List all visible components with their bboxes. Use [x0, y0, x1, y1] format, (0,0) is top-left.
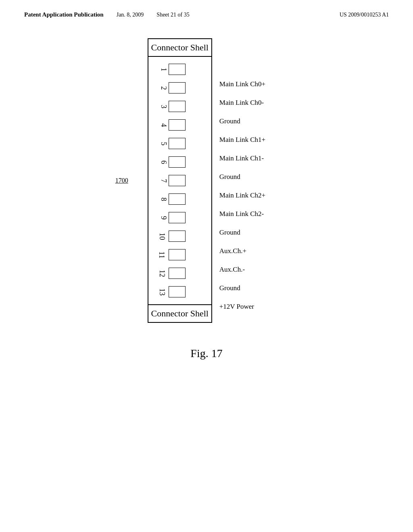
main-content: 1700 Connector Shell 12345678910111213 C…: [0, 18, 413, 323]
pin-number: 11: [148, 251, 169, 259]
pin-signal-label: +12V Power: [219, 297, 265, 316]
pin-row: 3: [148, 97, 211, 116]
pin-row: 5: [148, 134, 211, 153]
pin-signal-label: Ground: [219, 223, 265, 242]
pin-signal-label: Main Link Ch0-: [219, 94, 265, 112]
pin-number: 2: [148, 84, 169, 92]
pin-row: 2: [148, 79, 211, 97]
pin-row: 1: [148, 60, 211, 79]
pin-connector-box: [169, 231, 186, 242]
pin-connector-box: [169, 156, 186, 168]
pin-number: 4: [148, 121, 169, 129]
pin-number: 13: [148, 288, 169, 296]
pin-row: 9: [148, 208, 211, 227]
pin-signal-label: Aux.Ch.-: [219, 260, 265, 279]
pin-signal-label: Main Link Ch2-: [219, 205, 265, 223]
pin-row: 6: [148, 153, 211, 171]
connector-box: Connector Shell 12345678910111213 Connec…: [148, 38, 212, 323]
publication-label: Patent Application Publication: [24, 11, 104, 18]
pin-row: 4: [148, 116, 211, 134]
pin-number: 5: [148, 139, 169, 148]
pin-signal-label: Main Link Ch1+: [219, 131, 265, 149]
pin-connector-box: [169, 138, 186, 149]
page-header: Patent Application Publication Jan. 8, 2…: [0, 0, 413, 18]
pin-connector-box: [169, 268, 186, 279]
pin-signal-label: Ground: [219, 168, 265, 186]
connector-shell-bottom: Connector Shell: [148, 304, 211, 322]
header-date: Jan. 8, 2009: [117, 12, 144, 18]
pin-connector-box: [169, 101, 186, 112]
pin-number: 12: [148, 269, 169, 278]
pin-signal-label: Ground: [219, 279, 265, 297]
header-sheet: Sheet 21 of 35: [156, 12, 189, 18]
pin-row: 12: [148, 264, 211, 283]
pin-connector-box: [169, 64, 186, 75]
pin-number: 3: [148, 102, 169, 111]
pin-number: 1: [148, 65, 169, 74]
pin-connector-box: [169, 175, 186, 186]
header-patent: US 2009/0010253 A1: [340, 12, 389, 18]
pin-row: 11: [148, 245, 211, 264]
pin-number: 6: [148, 158, 169, 166]
pin-number: 8: [148, 195, 169, 204]
pin-connector-box: [169, 286, 186, 297]
pin-connector-box: [169, 119, 186, 131]
pin-signal-label: Main Link Ch0+: [219, 75, 265, 94]
pin-connector-box: [169, 249, 186, 260]
diagram-container: 1700 Connector Shell 12345678910111213 C…: [148, 38, 265, 323]
pin-signal-label: Main Link Ch2+: [219, 186, 265, 205]
pin-connector-box: [169, 212, 186, 223]
pin-number: 10: [148, 232, 169, 241]
pin-row: 8: [148, 190, 211, 208]
pin-connector-box: [169, 193, 186, 205]
pin-row: 10: [148, 227, 211, 245]
diagram-id-label: 1700: [115, 177, 128, 184]
pin-number: 9: [148, 214, 169, 222]
signal-labels-column: Main Link Ch0+Main Link Ch0-GroundMain L…: [219, 45, 265, 316]
pin-row: 13: [148, 283, 211, 301]
figure-caption: Fig. 17: [0, 347, 413, 376]
pin-signal-label: Main Link Ch1-: [219, 149, 265, 168]
pin-connector-box: [169, 82, 186, 94]
pin-signal-label: Ground: [219, 112, 265, 131]
connector-shell-top: Connector Shell: [148, 39, 211, 57]
pin-number: 7: [148, 177, 169, 185]
pin-row: 7: [148, 171, 211, 190]
pins-area: 12345678910111213: [148, 57, 211, 304]
pin-signal-label: Aux.Ch.+: [219, 242, 265, 260]
